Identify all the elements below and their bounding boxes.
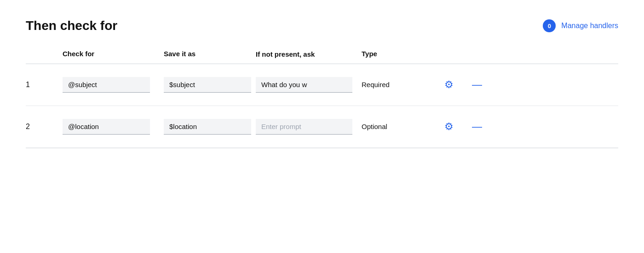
prompt-cell-1 [256, 77, 362, 93]
row-index: 1 [26, 81, 63, 89]
save-as-input-2[interactable] [164, 119, 251, 135]
type-cell-2: Optional [362, 123, 444, 130]
page-header: Then check for 0 Manage handlers [26, 18, 618, 33]
col-check-for: Check for [63, 50, 164, 59]
col-save-as: Save it as [164, 50, 256, 59]
header-right: 0 Manage handlers [543, 19, 618, 32]
check-for-cell-2 [63, 119, 164, 135]
table-header-row: Check for Save it as If not present, ask… [26, 50, 618, 64]
table-bottom-border [26, 148, 618, 148]
check-for-table: Check for Save it as If not present, ask… [26, 50, 618, 148]
page-container: Then check for 0 Manage handlers Check f… [0, 0, 644, 167]
col-settings [444, 50, 472, 59]
col-remove [472, 50, 500, 59]
count-badge: 0 [543, 19, 556, 32]
col-index [26, 50, 63, 59]
settings-icon-2[interactable]: ⚙ [444, 121, 472, 133]
col-if-not-present: If not present, ask [256, 50, 362, 59]
col-type: Type [362, 50, 444, 59]
remove-icon-1[interactable]: — [472, 79, 500, 91]
save-as-cell-1 [164, 77, 256, 93]
table-row: 2 Optional ⚙ — [26, 106, 618, 148]
table-row: 1 Required ⚙ — [26, 64, 618, 106]
save-as-input-1[interactable] [164, 77, 251, 93]
page-title: Then check for [26, 18, 117, 33]
check-for-input-2[interactable] [63, 119, 150, 135]
check-for-cell-1 [63, 77, 164, 93]
prompt-input-2[interactable] [256, 119, 352, 135]
type-cell-1: Required [362, 81, 444, 88]
prompt-input-1[interactable] [256, 77, 352, 93]
remove-icon-2[interactable]: — [472, 121, 500, 133]
check-for-input-1[interactable] [63, 77, 150, 93]
save-as-cell-2 [164, 119, 256, 135]
prompt-cell-2 [256, 119, 362, 135]
manage-handlers-link[interactable]: Manage handlers [561, 22, 618, 30]
row-index: 2 [26, 123, 63, 131]
settings-icon-1[interactable]: ⚙ [444, 79, 472, 91]
